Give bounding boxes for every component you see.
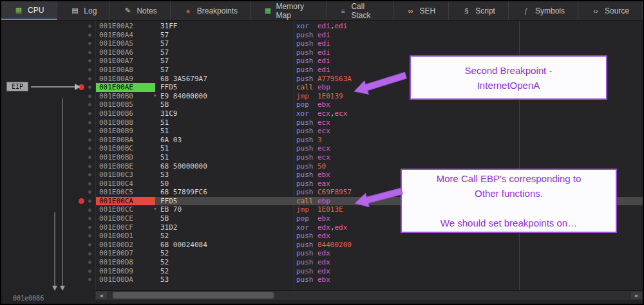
scrollbar-thumb[interactable] bbox=[113, 292, 274, 299]
operand-reg: edx bbox=[335, 223, 348, 232]
bytes-cell: 31C9 bbox=[155, 109, 292, 118]
disasm-row[interactable]: 001E00B951pushecx bbox=[96, 127, 643, 136]
tab-symbols[interactable]: ƒSymbols bbox=[509, 1, 578, 20]
operand-reg: ebp bbox=[317, 197, 330, 205]
mnemonic: push bbox=[296, 136, 317, 145]
scroll-left-button[interactable]: ◀ bbox=[96, 291, 107, 299]
tab-label: Call Stack bbox=[351, 2, 379, 20]
jump-down-icon: ▾ bbox=[153, 91, 156, 100]
operand-reg: ebx bbox=[317, 275, 330, 284]
bytes-cell: 52 bbox=[155, 258, 292, 267]
operand-sep: , bbox=[330, 223, 335, 232]
bytes-cell: 51 bbox=[155, 153, 292, 162]
operand-reg: edi bbox=[317, 57, 330, 65]
operand-imm: 3 bbox=[317, 136, 322, 144]
mnemonic: xor bbox=[296, 22, 317, 31]
instruction-cell: pushecx bbox=[292, 127, 643, 136]
disasm-row[interactable]: 001E00D268 00024084push84400200 bbox=[96, 241, 643, 250]
mnemonic: push bbox=[296, 118, 317, 127]
bytes-cell: 51 bbox=[155, 127, 292, 136]
tab-cpu[interactable]: ▦CPU bbox=[1, 1, 57, 20]
address-cell: 001E00D9 bbox=[96, 267, 155, 276]
tab-label: Source bbox=[605, 6, 629, 15]
bytes-cell: 57 bbox=[155, 48, 292, 57]
operand-reg: edx bbox=[317, 258, 330, 266]
instruction-cell: push84400200 bbox=[292, 241, 643, 250]
instruction-cell: xorecx,ecx bbox=[292, 109, 643, 118]
operand-reg: ecx bbox=[317, 109, 330, 118]
address-cell: 001E00A6 bbox=[96, 48, 155, 57]
operand-reg: edx bbox=[317, 267, 330, 275]
disasm-row[interactable]: 001E00D752pushedx bbox=[96, 249, 643, 258]
instruction-cell: pushecx bbox=[292, 153, 643, 162]
annotation-line: Other functions. bbox=[402, 186, 616, 201]
tab-memory-map[interactable]: ▦Memory Map bbox=[251, 1, 327, 20]
cpu-icon: ▦ bbox=[14, 6, 23, 14]
tab-label: Symbols bbox=[535, 6, 565, 15]
address-cell: 001E00B0 bbox=[96, 92, 155, 101]
address-cell: 001E00B5 bbox=[96, 100, 155, 109]
address-cell: 001E00D2 bbox=[96, 241, 155, 250]
disasm-row[interactable]: 001E00A457pushedi bbox=[96, 31, 643, 40]
annotation-line: Second Breakpoint - bbox=[411, 63, 606, 78]
instruction-cell: pushecx bbox=[292, 118, 643, 127]
disasm-row[interactable]: 001E00A557pushedi bbox=[96, 39, 643, 48]
disasm-row[interactable]: 001E00BC51pushecx bbox=[96, 144, 643, 153]
tab-source[interactable]: ‹›Source bbox=[578, 1, 643, 20]
disasm-row[interactable]: 001E00BD51pushecx bbox=[96, 153, 643, 162]
bytes-cell: 52 bbox=[155, 267, 292, 276]
disasm-row[interactable]: 001E00D952pushedx bbox=[96, 267, 643, 276]
operand-imm: 50 bbox=[317, 162, 326, 171]
operand-reg: edi bbox=[317, 39, 330, 48]
tab-breakpoints[interactable]: ●Breakpoints bbox=[171, 1, 251, 20]
mnemonic: push bbox=[296, 188, 317, 197]
address-cell: 001E00A9 bbox=[96, 75, 155, 84]
tab-script[interactable]: §Script bbox=[449, 1, 509, 20]
disasm-row[interactable]: 001E00BA6A 03push3 bbox=[96, 136, 643, 145]
tab-seh[interactable]: ∞SEH bbox=[393, 1, 450, 20]
tab-call-stack[interactable]: ≡Call Stack bbox=[327, 1, 393, 20]
instruction-cell: pushecx bbox=[292, 144, 643, 153]
mnemonic: jmp bbox=[296, 205, 317, 214]
mnemonic: push bbox=[296, 171, 317, 180]
operand-reg: ecx bbox=[317, 118, 330, 127]
tab-notes[interactable]: ✎Notes bbox=[110, 1, 170, 20]
address-cell: 001E00CC bbox=[96, 205, 155, 214]
disasm-row[interactable]: 001E00DA53pushebx bbox=[96, 275, 643, 284]
mnemonic: call bbox=[296, 83, 317, 92]
disasm-row[interactable]: 001E00D152pushedx bbox=[96, 232, 643, 241]
scroll-right-button[interactable]: ▶ bbox=[631, 291, 642, 299]
tab-label: SEH bbox=[420, 6, 436, 15]
operand-imm: A779563A bbox=[317, 75, 352, 83]
operand-sep: , bbox=[330, 22, 335, 30]
address-cell: 001E00B6 bbox=[96, 109, 155, 118]
operand-reg: edx bbox=[317, 232, 330, 240]
bytes-cell: 51 bbox=[155, 118, 292, 127]
disasm-row[interactable]: 001E00B55Bpopebx bbox=[96, 100, 643, 109]
bytes-cell: 52 bbox=[155, 232, 292, 241]
mnemonic: push bbox=[296, 267, 317, 276]
bytes-cell: FFD5 bbox=[155, 197, 292, 206]
memory-map-icon: ▦ bbox=[264, 6, 271, 15]
mnemonic: push bbox=[296, 275, 317, 284]
call-stack-icon: ≡ bbox=[339, 7, 346, 15]
annotation-line: More Call EBP's corresponding to bbox=[402, 171, 616, 186]
address-cell: 001E00BC bbox=[96, 144, 155, 153]
disasm-row[interactable]: 001E00D852pushedx bbox=[96, 258, 643, 267]
bytes-cell: 53 bbox=[155, 171, 292, 180]
disasm-row[interactable]: 001E00B631C9xorecx,ecx bbox=[96, 109, 643, 118]
tab-log[interactable]: ▤Log bbox=[57, 1, 110, 20]
horizontal-scrollbar[interactable]: ◀ ▶ bbox=[95, 290, 643, 300]
address-cell: 001E00CE bbox=[96, 214, 155, 223]
mnemonic: push bbox=[296, 144, 317, 153]
disasm-row[interactable]: 001E00B851pushecx bbox=[96, 118, 643, 127]
source-icon: ‹› bbox=[591, 7, 600, 15]
script-icon: § bbox=[462, 7, 471, 15]
disasm-row[interactable]: 001E00A231FFxoredi,edi bbox=[96, 22, 643, 31]
instruction-cell: pushedx bbox=[292, 258, 643, 267]
breakpoint-icon: ● bbox=[184, 7, 193, 15]
breakpoint-dot[interactable] bbox=[79, 198, 84, 204]
tab-label: Notes bbox=[137, 6, 156, 15]
bytes-cell: 51 bbox=[155, 144, 292, 153]
tab-label: Script bbox=[475, 6, 495, 15]
